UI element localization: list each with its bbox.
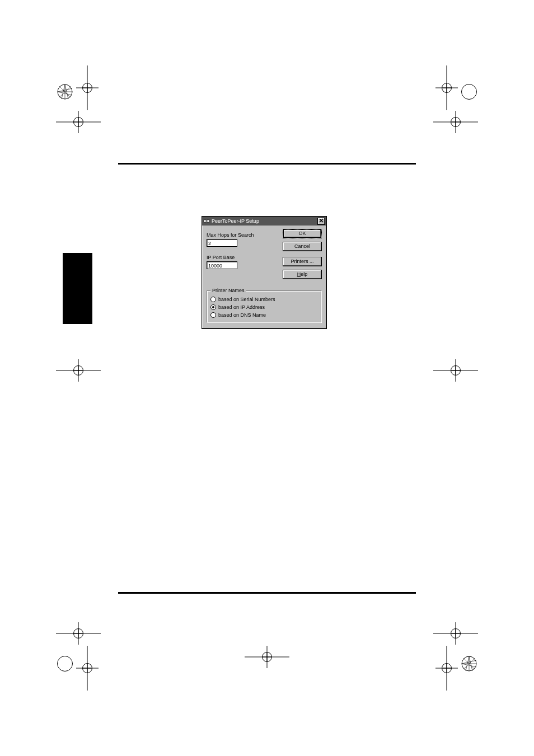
help-button[interactable]: Help	[283, 270, 322, 279]
close-icon	[319, 218, 324, 224]
radio-icon	[210, 312, 216, 318]
regmark-cross-bl2	[56, 622, 101, 645]
ok-button[interactable]: OK	[283, 229, 322, 238]
radio-label: based on IP Address	[218, 304, 265, 310]
circle-icon	[57, 656, 73, 672]
regmark-bottom-right	[461, 656, 477, 674]
button-label-rest: elp	[301, 271, 307, 277]
button-label: OK	[298, 231, 306, 236]
max-hops-input[interactable]: 2	[207, 239, 237, 247]
radio-icon	[210, 304, 216, 310]
regmark-cross-ml	[56, 359, 101, 382]
radio-ip-address[interactable]: based on IP Address	[210, 303, 318, 311]
regmark-cross-tr2	[433, 111, 478, 133]
circle-icon	[461, 84, 477, 100]
radio-label: based on DNS Name	[218, 312, 266, 318]
regmark-top-left	[57, 84, 73, 102]
star-icon	[461, 656, 477, 672]
regmark-cross-tl2	[56, 111, 101, 133]
page-rule-top	[118, 163, 416, 165]
radio-dns-name[interactable]: based on DNS Name	[210, 311, 318, 319]
regmark-top-right	[461, 84, 477, 102]
svg-rect-19	[207, 220, 209, 222]
regmark-cross-br2	[433, 622, 478, 645]
radio-icon	[210, 297, 216, 302]
svg-rect-18	[204, 220, 206, 222]
close-button[interactable]	[317, 218, 325, 225]
printers-button[interactable]: Printers ...	[283, 257, 322, 266]
regmark-cross-tr	[435, 65, 458, 110]
page-side-tab	[63, 253, 92, 324]
radio-serial-numbers[interactable]: based on Serial Numbers	[210, 295, 318, 303]
page-rule-bottom	[118, 592, 416, 594]
peer-to-peer-setup-dialog: PeerToPeer-IP Setup Max Hops for Search …	[202, 216, 327, 329]
button-label: Printers ...	[291, 259, 313, 264]
regmark-cross-mr	[433, 359, 478, 382]
group-legend: Printer Names	[210, 288, 246, 293]
regmark-cross-bl	[76, 646, 99, 691]
star-icon	[57, 84, 73, 100]
cancel-button[interactable]: Cancel	[283, 242, 322, 251]
dialog-titlebar: PeerToPeer-IP Setup	[202, 217, 326, 226]
app-icon	[203, 218, 210, 224]
regmark-cross-tl	[76, 65, 99, 110]
ip-port-base-input[interactable]: 10000	[207, 261, 237, 269]
radio-label: based on Serial Numbers	[218, 297, 275, 302]
regmark-cross-bc	[245, 646, 289, 668]
button-label: Cancel	[294, 243, 310, 249]
regmark-bottom-left	[57, 656, 73, 674]
printer-names-group: Printer Names based on Serial Numbers ba…	[207, 290, 322, 323]
regmark-cross-br	[435, 646, 458, 691]
dialog-title: PeerToPeer-IP Setup	[212, 218, 317, 224]
